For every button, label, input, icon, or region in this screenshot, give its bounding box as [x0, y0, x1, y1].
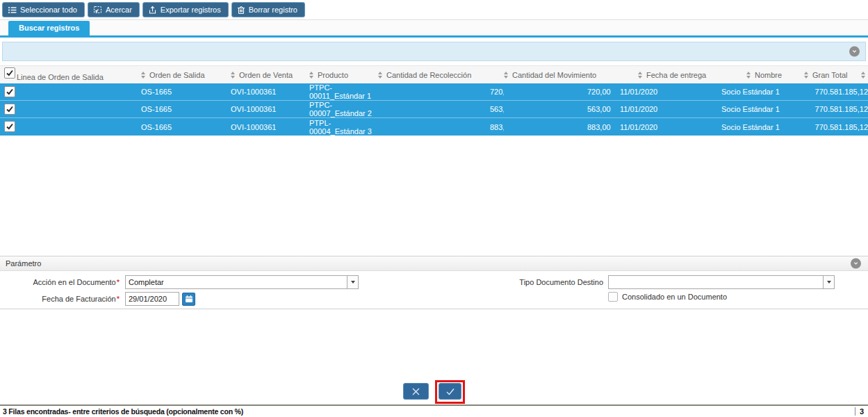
status-bar: 3 Filas encontradas- entre criterios de … — [0, 404, 868, 417]
cell-orden-venta: OVI-1000361 — [229, 118, 308, 136]
row-checkbox[interactable] — [4, 86, 15, 97]
header-cantidad-movimiento[interactable]: Cantidad del Movimiento — [504, 66, 619, 83]
cell-producto: PTPL-00004_Estándar 3 — [308, 118, 375, 136]
fecha-facturacion-label: Fecha de Facturación* — [0, 295, 120, 303]
sort-icon[interactable] — [861, 72, 866, 79]
calendar-icon — [185, 295, 193, 303]
sort-icon[interactable] — [141, 72, 146, 79]
accion-label: Acción en el Documento* — [0, 278, 120, 286]
cell-gran-total: 770.581.185,12 — [803, 83, 868, 100]
cell-cantidad-movimiento: 720,00 — [504, 83, 619, 100]
cell-orden-salida: OS-1665 — [136, 101, 229, 117]
accion-field-row: Acción en el Documento* Completar — [0, 275, 359, 289]
search-collapse-button[interactable] — [849, 47, 860, 57]
row-checkbox[interactable] — [4, 121, 15, 132]
export-records-label: Exportar registros — [161, 6, 221, 14]
cell-producto: PTPC-00007_Estándar 2 — [308, 101, 375, 117]
x-icon — [411, 386, 421, 397]
export-records-button[interactable]: Exportar registros — [142, 2, 229, 17]
header-label: Orden de Venta — [239, 71, 293, 79]
cell-cantidad-recoleccion: 720,00 — [375, 83, 504, 100]
cell-orden-salida: OS-1665 — [136, 83, 229, 100]
select-all-label: Seleccionar todo — [20, 6, 77, 14]
required-mark: * — [117, 278, 120, 286]
consolidado-field-row: Consolidado en un Documento — [608, 292, 727, 302]
header-producto[interactable]: Producto — [308, 66, 375, 83]
header-cantidad-recoleccion[interactable]: Cantidad de Recolección — [375, 66, 504, 83]
results-table: Linea de Orden de Salida Orden de Salida… — [0, 65, 868, 136]
sort-icon[interactable] — [746, 72, 751, 79]
export-icon — [148, 6, 157, 15]
header-linea-orden-salida[interactable]: Linea de Orden de Salida — [0, 66, 136, 83]
dropdown-arrow-icon[interactable] — [347, 275, 359, 289]
check-icon — [6, 88, 14, 96]
accion-documento-select[interactable]: Completar — [125, 275, 359, 289]
cell-gran-total: 770.581.185,12 — [803, 101, 868, 117]
cell-fecha-entrega: 11/01/2020 — [619, 83, 716, 100]
header-label: Orden de Salida — [149, 71, 205, 79]
parameter-panel-body: Acción en el Documento* Completar Tipo D… — [0, 271, 868, 309]
header-nombre[interactable]: Nombre — [716, 66, 803, 83]
header-label: Producto — [318, 71, 348, 79]
status-text: 3 Filas encontradas- entre criterios de … — [0, 407, 855, 416]
sort-icon[interactable] — [378, 72, 383, 79]
calendar-button[interactable] — [182, 293, 195, 306]
search-input[interactable] — [2, 42, 866, 61]
table-row[interactable]: OS-1665 OVI-1000361 PTPL-00004_Estándar … — [0, 118, 868, 136]
select-all-checkbox[interactable] — [4, 67, 15, 79]
table-body: OS-1665 OVI-1000361 PTPC-00011_Estándar … — [0, 83, 868, 136]
dropdown-arrow-icon[interactable] — [823, 275, 835, 289]
cell-cantidad-recoleccion: 883,00 — [375, 118, 504, 136]
consolidado-label: Consolidado en un Documento — [622, 293, 727, 301]
consolidado-checkbox[interactable] — [608, 292, 618, 302]
sort-icon[interactable] — [504, 72, 509, 79]
check-icon — [6, 69, 14, 77]
tipo-documento-label: Tipo Documento Destino — [431, 278, 603, 286]
table-row[interactable]: OS-1665 OVI-1000361 PTPC-00011_Estándar … — [0, 83, 868, 101]
fecha-field-row: Fecha de Facturación* 29/01/2020 — [0, 292, 195, 306]
cell-nombre: Socio Estándar 1 — [716, 118, 803, 136]
sort-icon[interactable] — [638, 72, 643, 79]
highlight-box — [435, 380, 465, 404]
tab-buscar-registros[interactable]: Buscar registros — [8, 21, 90, 35]
cell-producto: PTPC-00011_Estándar 1 — [308, 83, 375, 100]
parameter-collapse-button[interactable] — [851, 259, 861, 269]
accion-documento-value: Completar — [129, 278, 164, 286]
parameter-panel-title: Parámetro — [6, 259, 41, 268]
header-fecha-entrega[interactable]: Fecha de entrega — [619, 66, 716, 83]
zoom-button[interactable]: Acercar — [88, 2, 140, 17]
header-orden-de-salida[interactable]: Orden de Salida — [136, 66, 229, 83]
table-header-row: Linea de Orden de Salida Orden de Salida… — [0, 65, 868, 83]
cell-orden-venta: OVI-1000361 — [229, 101, 308, 117]
parameter-panel: Parámetro Acción en el Documento* Comple… — [0, 256, 868, 309]
cell-orden-venta: OVI-1000361 — [229, 83, 308, 100]
cell-nombre: Socio Estándar 1 — [716, 83, 803, 100]
sort-icon[interactable] — [309, 72, 314, 79]
row-checkbox[interactable] — [4, 104, 15, 115]
check-icon — [445, 386, 456, 397]
header-orden-de-venta[interactable]: Orden de Venta — [229, 66, 308, 83]
fecha-facturacion-input[interactable]: 29/01/2020 — [125, 292, 179, 306]
cell-orden-salida: OS-1665 — [136, 118, 229, 136]
row-select-cell — [0, 83, 136, 100]
table-row[interactable]: OS-1665 OVI-1000361 PTPC-00007_Estándar … — [0, 101, 868, 118]
select-all-button[interactable]: Seleccionar todo — [2, 2, 85, 17]
check-icon — [6, 105, 14, 113]
cancel-button[interactable] — [403, 383, 429, 400]
sort-icon[interactable] — [231, 72, 236, 79]
header-gran-total[interactable]: Gran Total — [803, 66, 868, 83]
check-icon — [6, 122, 14, 131]
delete-record-button[interactable]: Borrar registro — [231, 2, 305, 17]
sort-icon[interactable] — [804, 72, 809, 79]
cell-cantidad-movimiento: 883,00 — [504, 118, 619, 136]
delete-record-label: Borrar registro — [249, 6, 297, 14]
zoom-label: Acercar — [106, 6, 132, 14]
ok-button[interactable] — [439, 383, 461, 400]
tipo-documento-select[interactable] — [608, 275, 835, 289]
select-all-icon — [8, 6, 17, 15]
cell-cantidad-movimiento: 563,00 — [504, 101, 619, 117]
header-label: Nombre — [755, 71, 782, 79]
cell-fecha-entrega: 11/01/2020 — [619, 118, 716, 136]
chevron-down-circle-icon — [853, 261, 859, 267]
confirm-bar — [0, 383, 868, 404]
